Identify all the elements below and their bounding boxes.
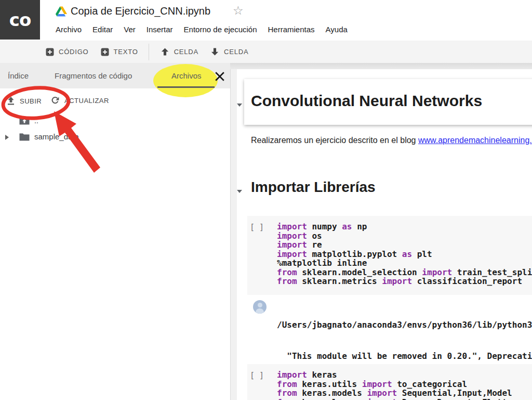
- arrow-down-icon: [210, 47, 219, 56]
- notebook-title[interactable]: Copia de Ejercicio_CNN.ipynb: [71, 5, 210, 17]
- colab-logo[interactable]: co: [0, 0, 40, 40]
- file-name: sample_data: [34, 132, 79, 141]
- add-text-button[interactable]: TEXTO: [101, 48, 138, 56]
- collapse-section-icon[interactable]: [237, 190, 242, 193]
- menu-insertar[interactable]: Insertar: [147, 25, 173, 34]
- code-cell-imports[interactable]: [ ] import numpy as npimport osimport re…: [247, 216, 532, 295]
- upload-button[interactable]: SUBIR: [7, 97, 42, 106]
- files-panel: SUBIR ACTUALIZAR .. sample_data: [0, 88, 230, 400]
- tab-archivos[interactable]: Archivos: [171, 63, 202, 88]
- star-icon[interactable]: ☆: [233, 4, 244, 17]
- refresh-button[interactable]: ACTUALIZAR: [50, 96, 109, 105]
- colab-window: { "header": { "logo": "co", "title": "Co…: [0, 0, 532, 400]
- menu-archivo[interactable]: Archivo: [56, 25, 82, 34]
- close-sidebar-icon[interactable]: [215, 71, 225, 82]
- cell-down-label: CELDA: [224, 48, 248, 56]
- header: co Copia de Ejercicio_CNN.ipynb ☆ Archiv…: [0, 0, 532, 41]
- menu-editar[interactable]: Editar: [92, 25, 113, 34]
- upload-label: SUBIR: [20, 97, 42, 105]
- section-heading-import: Importar Librerías: [251, 179, 376, 196]
- add-text-label: TEXTO: [114, 48, 138, 56]
- code-editor[interactable]: import kerasfrom keras.utils import to_c…: [277, 370, 517, 400]
- tab-indice[interactable]: Índice: [8, 63, 29, 88]
- upload-icon: [7, 97, 15, 106]
- code-editor[interactable]: import numpy as npimport osimport reimpo…: [277, 222, 532, 286]
- markdown-cell-selected[interactable]: Convolutional Neural Networks: [244, 79, 532, 125]
- notebook-content: Convolutional Neural Networks Realizarem…: [237, 69, 532, 400]
- folder-icon: [19, 133, 30, 141]
- output-line: "This module will be removed in 0.20.", …: [277, 351, 532, 362]
- menu-bar: Archivo Editar Ver Insertar Entorno de e…: [56, 25, 348, 34]
- folder-up-icon: [19, 117, 30, 125]
- active-tab-indicator: [157, 86, 215, 88]
- file-name: ..: [34, 117, 38, 125]
- markdown-paragraph: Realizaremos un ejercicio descrito en el…: [251, 136, 532, 145]
- menu-ver[interactable]: Ver: [124, 25, 136, 34]
- section-heading: Convolutional Neural Networks: [244, 79, 532, 110]
- menu-ayuda[interactable]: Ayuda: [326, 25, 348, 34]
- blog-link[interactable]: www.aprendemachinelearning.com: [418, 136, 532, 145]
- user-avatar-icon: [253, 300, 267, 314]
- plus-icon: [101, 48, 109, 56]
- run-cell-gutter[interactable]: [ ]: [250, 371, 264, 380]
- run-cell-gutter[interactable]: [ ]: [250, 223, 264, 232]
- cell-down-button[interactable]: CELDA: [210, 47, 248, 56]
- expand-chevron-icon[interactable]: [5, 135, 9, 140]
- refresh-icon: [50, 96, 59, 105]
- add-code-button[interactable]: CÓDIGO: [46, 48, 89, 56]
- refresh-label: ACTUALIZAR: [64, 97, 109, 105]
- arrow-up-icon: [161, 47, 169, 56]
- collapse-section-icon[interactable]: [237, 104, 242, 107]
- toolbar-divider: [149, 44, 149, 60]
- tab-fragmentos[interactable]: Fragmentos de código: [55, 63, 132, 88]
- cell-up-button[interactable]: CELDA: [161, 47, 198, 56]
- cell-up-label: CELDA: [174, 48, 198, 56]
- add-code-label: CÓDIGO: [59, 48, 89, 56]
- google-drive-icon: [56, 6, 67, 17]
- file-row-sample-data[interactable]: sample_data: [19, 132, 79, 141]
- paragraph-text: Realizaremos un ejercicio descrito en el…: [251, 136, 418, 145]
- output-line: /Users/jbagnato/anaconda3/envs/python36/…: [277, 320, 532, 330]
- menu-entorno[interactable]: Entorno de ejecución: [184, 25, 257, 34]
- file-row-parent-dir[interactable]: ..: [19, 117, 38, 125]
- content-top-shadow: [230, 63, 532, 69]
- cell-toolbar: CÓDIGO TEXTO CELDA CELDA: [0, 41, 532, 63]
- panel-scrollbar-gutter: [230, 69, 237, 400]
- sidebar-tab-bar: Índice Fragmentos de código Archivos: [0, 63, 230, 88]
- menu-herramientas[interactable]: Herramientas: [268, 25, 315, 34]
- plus-icon: [46, 48, 54, 56]
- code-cell-keras[interactable]: [ ] import kerasfrom keras.utils import …: [247, 364, 532, 400]
